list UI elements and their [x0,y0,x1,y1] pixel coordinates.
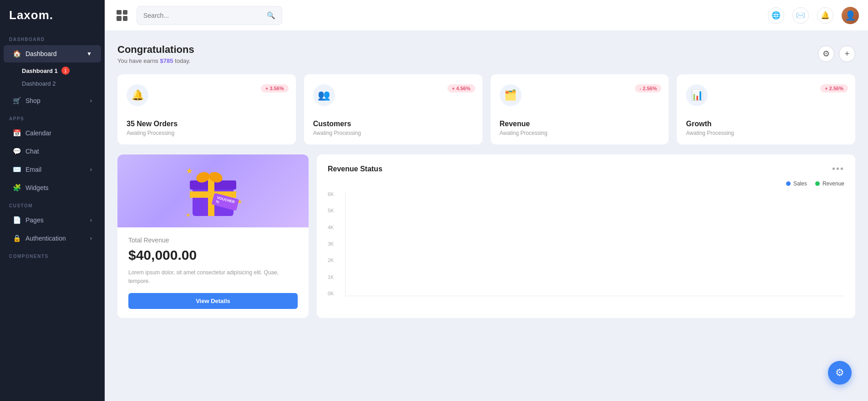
congrats-actions: ⚙ + [818,46,855,62]
revenue-sub: Awating Processing [500,130,660,136]
auth-icon: 🔒 [13,234,21,242]
sidebar-item-shop-label: Shop [25,97,41,104]
add-button[interactable]: + [839,46,855,62]
revenue-dot [815,181,820,186]
shop-chevron-icon: › [90,98,92,104]
congrats-amount: $785 [160,57,173,64]
revenue-title: Revenue [500,120,660,128]
congrats-title: Congratulations [117,44,194,56]
sidebar-item-auth-label: Authentication [25,235,66,242]
sidebar-section-apps: APPS [0,110,105,124]
chart-legend: Sales Revenue [328,180,844,187]
settings-button[interactable]: ⚙ [818,46,834,62]
view-details-button[interactable]: View Details [128,293,298,309]
gift-illustration: ★ ★ ★ VOUCHER% [183,161,243,221]
cart-icon: 🛒 [13,97,21,105]
legend-revenue: Revenue [815,180,844,187]
sidebar-item-pages[interactable]: 📄 Pages › [4,211,101,229]
chart-area: 6K 5K 4K 3K 2K 1K 0K [328,191,844,305]
widgets-icon: 🧩 [13,184,21,192]
chevron-down-icon: ▼ [86,51,92,57]
sidebar-item-authentication[interactable]: 🔒 Authentication › [4,230,101,247]
sidebar-item-email-label: Email [25,166,41,173]
sidebar-subitem-dashboard2[interactable]: Dashboard 2 [0,77,105,90]
stat-card-customers: 👥 + 4.56% Customers Awating Processing [304,74,482,144]
customers-sub: Awating Processing [313,130,473,136]
revenue-legend-label: Revenue [822,180,844,187]
auth-chevron-icon: › [90,235,92,242]
grid-toggle-button[interactable] [114,7,130,24]
sidebar-item-shop[interactable]: 🛒 Shop › [4,92,101,109]
sidebar-item-pages-label: Pages [25,216,44,224]
topbar: 🔍 🌐 ✉️ 🔔 👤 [105,0,868,31]
customers-title: Customers [313,120,473,128]
fab-button[interactable]: ⚙ [828,361,852,385]
chart-menu-button[interactable]: ••• [832,164,844,174]
stat-card-growth: 📊 + 2.56% Growth Awating Processing [677,74,855,144]
bottom-row: ★ ★ ★ VOUCHER% Total Revenue $40,000. [117,154,855,318]
sidebar-item-calendar-label: Calendar [25,129,51,137]
sidebar-item-email[interactable]: ✉️ Email › [4,161,101,178]
dashboard2-label: Dashboard 2 [22,80,56,87]
orders-sub: Awating Processing [127,130,287,136]
globe-button[interactable]: 🌐 [768,7,784,24]
sidebar-item-widgets[interactable]: 🧩 Widgets [4,179,101,196]
topbar-right: 🌐 ✉️ 🔔 👤 [768,7,859,24]
content-area: Congratulations You have earns $785 toda… [105,31,868,401]
revenue-card-image: ★ ★ ★ VOUCHER% [117,154,309,227]
avatar[interactable]: 👤 [842,7,859,24]
home-icon: 🏠 [13,50,21,58]
revenue-card-body: Total Revenue $40,000.00 Lorem ipsum dol… [117,227,309,318]
revenue-description: Lorem ipsum dolor, sit amet consectetur … [128,268,298,286]
sidebar-item-calendar[interactable]: 📅 Calendar [4,124,101,142]
y-label-4k: 4K [328,225,341,230]
stat-card-new-orders: 🔔 + 3.56% 35 New Orders Awating Processi… [117,74,296,144]
sidebar-item-chat[interactable]: 💬 Chat [4,143,101,160]
revenue-label: Total Revenue [128,236,298,244]
revenue-icon: 🗂️ [500,84,522,106]
bell-button[interactable]: 🔔 [817,7,833,24]
congrats-subtitle: You have earns $785 today. [117,57,194,64]
congrats-suffix: today. [173,57,190,64]
revenue-badge: - 2.56% [635,84,661,93]
mail-button[interactable]: ✉️ [792,7,809,24]
orders-badge: + 3.56% [261,84,289,93]
customers-badge: + 4.56% [447,84,475,93]
email-chevron-icon: › [90,166,92,173]
growth-icon: 📊 [686,84,708,106]
email-icon: ✉️ [13,165,21,174]
logo: Laxom. [0,0,105,31]
sidebar-subitem-dashboard1[interactable]: Dashboard 1 1 [0,64,105,77]
sales-label: Sales [793,180,807,187]
sidebar-section-custom: CUSTOM [0,197,105,211]
pages-chevron-icon: › [90,217,92,223]
sidebar-item-dashboard-label: Dashboard [25,50,57,57]
stat-card-revenue: 🗂️ - 2.56% Revenue Awating Processing [491,74,669,144]
sidebar-section-dashboard: DASHBOARD [0,31,105,45]
sidebar-section-components: COMPONENTS [0,247,105,262]
chart-y-labels: 6K 5K 4K 3K 2K 1K 0K [328,191,341,296]
y-label-5k: 5K [328,208,341,213]
sidebar: Laxom. DASHBOARD 🏠 Dashboard ▼ Dashboard… [0,0,105,401]
star-icon-1: ★ [186,166,193,176]
customers-icon: 👥 [313,84,335,106]
stat-cards: 🔔 + 3.56% 35 New Orders Awating Processi… [117,74,855,144]
y-label-6k: 6K [328,191,341,197]
chat-icon: 💬 [13,147,21,155]
congrats-prefix: You have earns [117,57,160,64]
congrats-text: Congratulations You have earns $785 toda… [117,44,194,64]
chart-card: Revenue Status ••• Sales Revenue 6K [317,154,855,318]
growth-title: Growth [686,120,846,128]
sidebar-item-dashboard[interactable]: 🏠 Dashboard ▼ [4,45,101,62]
search-input[interactable] [143,12,263,19]
chart-bars [345,191,844,296]
dashboard1-badge: 1 [61,67,70,75]
y-label-1k: 1K [328,274,341,280]
chart-title: Revenue Status [328,165,382,173]
sidebar-item-widgets-label: Widgets [25,184,49,191]
orders-icon: 🔔 [127,84,148,106]
pages-icon: 📄 [13,216,21,224]
sidebar-item-chat-label: Chat [25,148,39,155]
search-icon: 🔍 [267,11,275,20]
revenue-card: ★ ★ ★ VOUCHER% Total Revenue $40,000. [117,154,309,318]
